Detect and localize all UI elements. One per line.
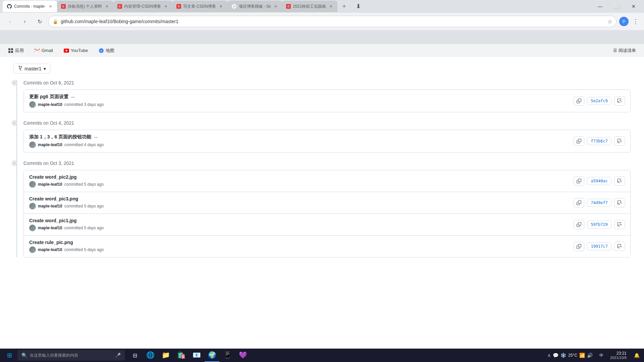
browse-repo-button[interactable] — [614, 220, 625, 229]
commit-date-label-oct4: Commits on Oct 4, 2021 — [23, 120, 74, 126]
taskbar-app-mail[interactable]: 📧 — [189, 349, 204, 362]
speaker-icon[interactable]: 🔊 — [587, 353, 593, 358]
profile-button[interactable]: P — [619, 17, 629, 26]
commit-actions: 59fb729 — [574, 220, 625, 229]
bookmark-apps[interactable]: 应用 — [5, 46, 26, 55]
browser-menu-button[interactable]: ⋮ — [631, 16, 640, 26]
reload-button[interactable]: ↻ — [34, 15, 46, 27]
language-indicator[interactable]: 中 — [598, 353, 605, 358]
tab-csdn4[interactable]: C 2021秋软工实践栋 ✕ — [282, 1, 337, 12]
wifi-icon[interactable]: 📶 — [579, 353, 585, 358]
tab-csdn1[interactable]: C (9条消息) 个人资料 ✕ — [57, 1, 113, 12]
commit-row: Create word_pic3.png maple-leaf10 commit… — [24, 192, 630, 214]
browse-repo-button[interactable] — [614, 96, 625, 106]
tab-close-csdn2[interactable]: ✕ — [163, 4, 168, 9]
taskbar-app-chrome[interactable]: 🌍 — [205, 349, 219, 362]
commit-row: 添加 1，3，6 页面的按钮功能 ··· maple-leaf10 commit… — [24, 130, 630, 152]
tab-title-csdn1: (9条消息) 个人资料 — [68, 4, 102, 9]
tab-close-csdn3[interactable]: ✕ — [218, 4, 223, 9]
bookmark-gmail[interactable]: Gmail — [32, 47, 56, 55]
browse-repo-button[interactable] — [614, 242, 625, 251]
start-button[interactable]: ⊞ — [3, 349, 16, 361]
datetime-display[interactable]: 23:21 2021/10/8 — [607, 351, 629, 360]
minimize-button[interactable]: — — [592, 1, 608, 12]
maximize-button[interactable]: ⬜ — [609, 1, 625, 12]
commit-date-label-oct6: Commits on Oct 6, 2021 — [23, 80, 74, 85]
reading-list-button[interactable]: ☰ 阅读清单 — [610, 46, 639, 55]
commit-message: Create rule_pic.png — [29, 240, 574, 245]
commit-actions: 19917c7 — [574, 242, 625, 251]
copy-sha-button[interactable] — [574, 96, 584, 106]
commit-message: Create word_pic2.jpg — [29, 174, 574, 180]
commits-timeline: Commits on Oct 6, 2021 更新 pg6 页面设置 ··· m… — [13, 80, 631, 257]
bookmarks-bar: 应用 Gmail YouTube ⊕ 地图 ☰ 阅读清单 — [0, 44, 644, 57]
branch-selector[interactable]: master1 ▾ — [13, 64, 50, 73]
commit-ellipsis[interactable]: ··· — [94, 135, 98, 140]
gmail-icon — [35, 48, 40, 53]
taskbar-app-edge[interactable]: 🌐 — [143, 349, 158, 362]
commit-hash-button[interactable]: a5940ac — [587, 177, 611, 185]
tab-title-mxflutter: 项目博客模板 - 0x — [239, 4, 271, 9]
commit-message-text: 更新 pg6 页面设置 — [29, 94, 68, 100]
phone-icon: 📱 — [223, 351, 232, 359]
commit-row: Create word_pic1.jpg maple-leaf10 commit… — [24, 214, 630, 236]
commit-avatar — [29, 246, 36, 253]
tab-close-csdn1[interactable]: ✕ — [104, 4, 109, 9]
taskbar-app-file-explorer[interactable]: 📁 — [158, 349, 173, 362]
forward-button[interactable]: › — [19, 15, 31, 27]
weather-icon[interactable]: ❄️ — [560, 353, 566, 358]
commit-hash-button[interactable]: f73b6c7 — [587, 137, 611, 145]
copy-sha-button[interactable] — [574, 136, 584, 146]
tab-csdn2[interactable]: C 内容管理-CSDN博客 ✕ — [113, 1, 172, 12]
browse-repo-button[interactable] — [614, 136, 625, 146]
commit-hash-button[interactable]: 74d9ef7 — [587, 199, 611, 207]
commit-author: maple-leaf10 — [38, 182, 62, 187]
tab-commits[interactable]: Commits · maple- ✕ — [3, 1, 57, 12]
commit-hash-button[interactable]: 59fb729 — [587, 221, 611, 229]
browse-repo-button[interactable] — [614, 198, 625, 207]
commit-message: 更新 pg6 页面设置 ··· — [29, 94, 574, 100]
tab-close-mxflutter[interactable]: ✕ — [273, 4, 278, 9]
bookmark-youtube[interactable]: YouTube — [61, 47, 91, 55]
close-button[interactable]: ✕ — [626, 1, 641, 12]
commit-message: Create word_pic3.png — [29, 196, 574, 201]
tab-close-commits[interactable]: ✕ — [48, 4, 53, 9]
browse-repo-button[interactable] — [614, 176, 625, 186]
svg-rect-2 — [8, 48, 10, 50]
copy-sha-button[interactable] — [574, 198, 584, 207]
tab-mxflutter[interactable]: 🔎 项目博客模板 - 0x ✕ — [227, 1, 282, 12]
copy-sha-button[interactable] — [574, 220, 584, 229]
copy-sha-button[interactable] — [574, 242, 584, 251]
commit-ellipsis[interactable]: ··· — [71, 95, 75, 100]
tab-csdn3[interactable]: C 写文章-CSDN博客 ✕ — [172, 1, 227, 12]
commit-meta: maple-leaf10 committed 5 days ago — [29, 181, 574, 188]
nav-bar: ‹ › ↻ 🔒 github.com/maple-leaf10/Bobing-g… — [0, 13, 644, 30]
commit-hash-button[interactable]: 5e2afc9 — [587, 97, 611, 105]
taskbar-app-visualstudio[interactable]: 💜 — [235, 349, 250, 362]
notification-center-icon: 🔔 — [634, 353, 640, 358]
address-bar[interactable]: 🔒 github.com/maple-leaf10/Bobing-game/co… — [48, 16, 616, 27]
apps-label: 应用 — [15, 48, 24, 54]
commit-meta: maple-leaf10 committed 5 days ago — [29, 246, 574, 253]
taskbar-search[interactable]: 🔍 在这里输入你要搜索的内容 🎤 — [17, 350, 125, 361]
star-button[interactable]: ☆ — [607, 18, 612, 25]
commit-message-text: Create word_pic1.jpg — [29, 218, 77, 223]
commit-message: Create word_pic1.jpg — [29, 218, 574, 223]
commit-hash-button[interactable]: 19917c7 — [587, 242, 611, 250]
download-button[interactable]: ⬇ — [352, 0, 364, 12]
taskview-button[interactable]: ⊟ — [127, 349, 142, 361]
bookmark-maps[interactable]: ⊕ 地图 — [96, 46, 117, 55]
notification-area-icon[interactable]: 💬 — [553, 353, 558, 358]
notification-center-button[interactable]: 🔔 — [632, 349, 641, 361]
back-button[interactable]: ‹ — [4, 15, 16, 27]
taskbar-app-store[interactable]: 🛍️ — [174, 349, 189, 362]
copy-sha-button[interactable] — [574, 176, 584, 186]
commit-dot-oct4 — [12, 120, 17, 126]
new-tab-button[interactable]: + — [339, 1, 350, 12]
taskbar-app-phone[interactable]: 📱 — [220, 349, 235, 362]
branch-icon — [18, 66, 22, 71]
commit-info: Create word_pic3.png maple-leaf10 commit… — [29, 196, 574, 209]
commit-message-text: Create word_pic2.jpg — [29, 174, 77, 180]
chevron-up-icon[interactable]: ∧ — [547, 353, 551, 358]
tab-close-csdn4[interactable]: ✕ — [328, 4, 333, 9]
